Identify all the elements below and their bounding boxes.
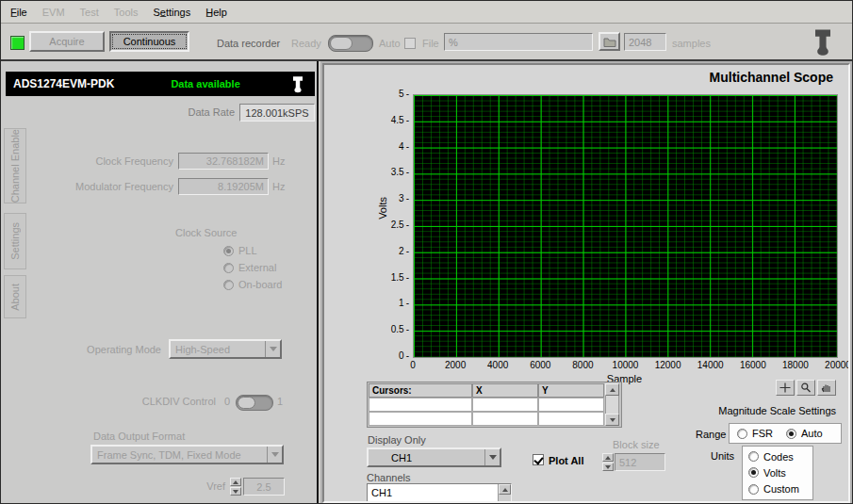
x-tick-label: 4000 (487, 360, 508, 370)
y-tick-label: 5 (399, 89, 409, 99)
y-axis-ticks: 54.543.532.521.510.50 (360, 89, 409, 361)
zoom-tool-button[interactable] (796, 380, 815, 396)
clkdiv-control-label: CLKDIV Control (1, 396, 216, 407)
radio-clock-source-onboard: On-board (223, 279, 282, 290)
clock-frequency-label: Clock Frequency (1, 155, 173, 167)
modulator-frequency-label: Modulator Frequency (1, 181, 173, 192)
data-rate-text: 128.001kSPS (245, 107, 308, 119)
scope-plot-area[interactable] (413, 94, 838, 358)
clkdiv-toggle (236, 395, 273, 411)
samples-label: samples (672, 38, 711, 49)
range-radio-group: FSR Auto (729, 423, 842, 444)
radio-custom-label: Custom (763, 483, 799, 495)
hand-icon (821, 382, 832, 393)
modulator-frequency-unit: Hz (272, 181, 285, 192)
cursor-cell (369, 412, 472, 426)
x-axis-ticks: 0200040006000800010000120001400016000180… (413, 360, 838, 371)
browse-folder-button (599, 32, 620, 51)
x-tick-label: 12000 (655, 360, 681, 370)
data-rate-label: Data Rate (1, 106, 235, 118)
scope-outer: Multichannel Scope Volts 54.543.532.521.… (320, 61, 852, 503)
cursor-crosshair-button[interactable] (776, 380, 795, 396)
menu-file[interactable]: F̲ile (3, 1, 35, 23)
block-size-label: Block size (613, 439, 660, 450)
y-tick-label: 1 (399, 299, 409, 308)
pan-tool-button[interactable] (817, 380, 836, 396)
data-rate-value: 128.001kSPS (239, 104, 315, 122)
ready-label: Ready (291, 38, 321, 49)
auto-checkbox (404, 38, 416, 49)
scroll-up-icon[interactable] (499, 484, 511, 495)
cursor-cell (472, 412, 538, 426)
display-channel-dropdown[interactable]: CH1 (367, 447, 501, 467)
x-tick-label: 16000 (740, 360, 766, 370)
operating-mode-label: Operating Mode (1, 344, 161, 355)
channels-label: Channels (367, 472, 410, 483)
menu-test: Test (73, 1, 107, 23)
display-only-label: Display Only (368, 434, 426, 446)
radio-units-codes[interactable]: Codes (748, 451, 807, 463)
device-config-panel: ADS1274EVM-PDK Data available Data Rate … (1, 61, 319, 503)
crosshair-icon (779, 382, 791, 393)
block-size-stepper (602, 453, 614, 471)
cursor-scrollbar[interactable] (605, 383, 619, 426)
continuous-button[interactable]: Continuous (109, 31, 189, 52)
vref-value: 2.5 (243, 478, 285, 496)
folder-icon (603, 37, 616, 47)
y-tick-label: 3 (399, 194, 409, 203)
auto-label: Auto (379, 38, 401, 49)
radio-codes-label: Codes (763, 451, 794, 463)
x-tick-label: 6000 (530, 360, 550, 370)
menu-help[interactable]: H̲elp (198, 1, 235, 23)
vref-text: 2.5 (256, 481, 271, 493)
radio-button-icon (748, 467, 759, 478)
scrollbar-track[interactable] (605, 396, 619, 414)
plot-all-checkbox[interactable] (533, 454, 544, 465)
tab-about: About (4, 275, 26, 318)
channels-scrollbar[interactable] (498, 484, 511, 503)
chevron-down-icon (267, 447, 282, 463)
scroll-up-icon[interactable] (605, 383, 619, 396)
scroll-down-icon[interactable] (605, 414, 619, 426)
vref-stepper (230, 478, 241, 496)
device-header: ADS1274EVM-PDK Data available (6, 72, 315, 96)
cursor-cell (369, 398, 472, 412)
radio-units-volts[interactable]: Volts (748, 467, 807, 479)
units-label: Units (711, 450, 734, 462)
radio-range-fsr[interactable]: FSR (737, 428, 773, 439)
y-tick-label: 0.5 (391, 325, 409, 334)
radio-button-icon (737, 429, 747, 439)
cursor-x-header: X (472, 383, 538, 398)
block-size-value: 512 (615, 453, 665, 471)
radio-volts-label: Volts (763, 467, 786, 479)
radio-button-icon (748, 451, 759, 462)
radio-pll-label: PLL (238, 245, 257, 256)
channels-listbox[interactable]: CH1 (367, 483, 512, 503)
magnifier-icon (800, 382, 812, 393)
vref-label: Vref (169, 480, 225, 492)
data-recorder-toggle (328, 35, 373, 52)
radio-button-icon (223, 280, 234, 290)
radio-units-custom[interactable]: Custom (748, 483, 807, 495)
samples-count-value: 2048 (629, 37, 651, 48)
radio-button-icon (223, 263, 234, 273)
toggle-knob-icon (330, 37, 353, 50)
ads1274evm-window: F̲ile EVM Test Tools Se̲ttings H̲elp Acq… (0, 0, 853, 504)
channels-list-item[interactable]: CH1 (368, 484, 498, 503)
y-tick-label: 1.5 (391, 273, 409, 283)
radio-external-label: External (238, 262, 276, 273)
y-tick-label: 4 (399, 142, 409, 152)
cursor-cell (472, 398, 538, 412)
menu-settings[interactable]: Se̲ttings (145, 1, 198, 23)
device-title: ADS1274EVM-PDK (13, 77, 114, 90)
samples-count-input: 2048 (624, 33, 666, 51)
cursor-table: Cursors: X Y (369, 383, 604, 426)
radio-button-icon (748, 484, 759, 495)
tab-settings-label: Settings (9, 222, 21, 260)
radio-range-auto[interactable]: Auto (786, 428, 823, 439)
data-output-format-label: Data Output Format (93, 431, 185, 442)
data-available-status: Data available (171, 78, 288, 89)
modulator-frequency-text: 8.19205M (218, 181, 264, 192)
y-tick-label: 2 (399, 247, 409, 256)
operating-mode-value: High-Speed (171, 341, 265, 357)
